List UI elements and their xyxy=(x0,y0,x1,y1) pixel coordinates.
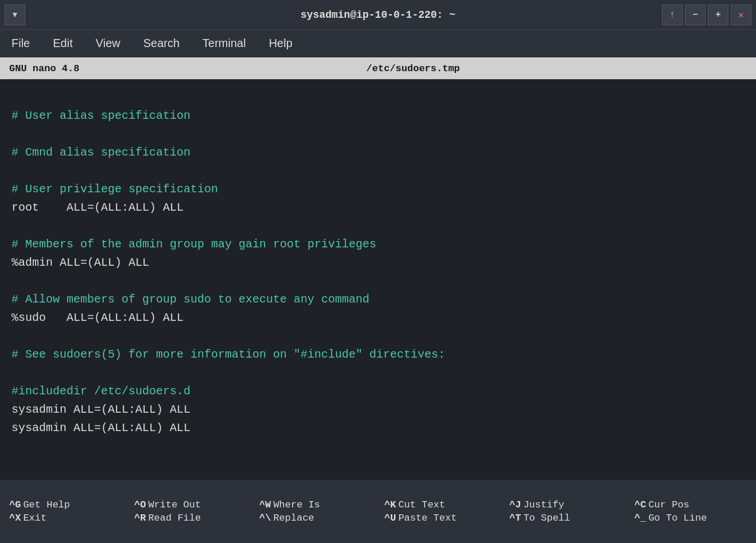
title-bar: ▼ sysadmin@ip-10-0-1-220: ~ ↑ − + ✕ xyxy=(0,0,756,30)
title-bar-left: ▼ xyxy=(5,5,25,25)
editor-line-18: sysadmin ALL=(ALL:ALL) ALL xyxy=(11,419,745,437)
shortcut-label-0-0: Get Help xyxy=(23,499,70,510)
shortcut-key-0-1: ^O xyxy=(134,499,146,510)
editor-line-7 xyxy=(11,217,745,235)
menu-item-file[interactable]: File xyxy=(7,34,34,52)
nano-version: GNU nano 4.8 xyxy=(9,63,79,74)
shortcut-label-0-2: Where Is xyxy=(273,499,320,510)
shortcut-key-1-2: ^\ xyxy=(259,513,271,523)
window-title: sysadmin@ip-10-0-1-220: ~ xyxy=(301,9,455,21)
shortcut-key-1-5: ^_ xyxy=(634,513,646,523)
shortcut-key-1-4: ^T xyxy=(509,513,521,523)
shortcut-key-1-0: ^X xyxy=(9,513,21,523)
shortcut-label-1-5: Go To Line xyxy=(648,513,707,523)
close-button[interactable]: ✕ xyxy=(731,5,751,25)
shortcut-key-0-5: ^C xyxy=(634,499,646,510)
editor-line-5: # User privilege specification xyxy=(11,180,745,199)
editor-line-11: # Allow members of group sudo to execute… xyxy=(11,290,745,309)
shortcut-label-1-1: Read File xyxy=(148,513,201,523)
window-menu-button[interactable]: ▼ xyxy=(5,5,25,25)
editor-line-6: root ALL=(ALL:ALL) ALL xyxy=(11,199,745,217)
shortcut-item-1-2: ^\ Replace xyxy=(259,513,380,523)
shortcut-item-1-1: ^R Read File xyxy=(134,513,255,523)
shortcut-key-1-3: ^U xyxy=(384,513,396,523)
shortcut-item-0-0: ^G Get Help xyxy=(9,499,130,510)
window-controls: ↑ − + ✕ xyxy=(662,5,751,25)
shortcuts-bar: ^G Get Help^O Write Out^W Where Is^K Cut… xyxy=(0,480,756,543)
editor-line-3: # Cmnd alias specification xyxy=(11,143,745,162)
shortcut-label-1-3: Paste Text xyxy=(398,513,457,523)
shortcut-label-0-1: Write Out xyxy=(148,499,201,510)
editor-line-10 xyxy=(11,272,745,290)
menu-bar: FileEditViewSearchTerminalHelp xyxy=(0,30,756,57)
nano-filename: /etc/sudoers.tmp xyxy=(79,63,747,74)
shortcut-label-1-4: To Spell xyxy=(523,513,570,523)
shortcut-label-1-2: Replace xyxy=(273,513,314,523)
dropdown-icon: ▼ xyxy=(13,10,17,20)
scroll-up-button[interactable]: ↑ xyxy=(662,5,683,25)
shortcut-key-0-0: ^G xyxy=(9,499,21,510)
shortcut-item-0-1: ^O Write Out xyxy=(134,499,255,510)
menu-item-search[interactable]: Search xyxy=(139,34,184,52)
menu-item-edit[interactable]: Edit xyxy=(48,34,77,52)
shortcut-item-1-4: ^T To Spell xyxy=(509,513,630,523)
editor-line-15 xyxy=(11,364,745,382)
shortcut-key-0-3: ^K xyxy=(384,499,396,510)
shortcut-item-0-5: ^C Cur Pos xyxy=(634,499,755,510)
shortcut-item-0-3: ^K Cut Text xyxy=(384,499,505,510)
shortcut-key-0-4: ^J xyxy=(509,499,521,510)
menu-item-help[interactable]: Help xyxy=(264,34,297,52)
shortcut-item-1-5: ^_ Go To Line xyxy=(634,513,755,523)
shortcuts-row-1: ^X Exit^R Read File^\ Replace^U Paste Te… xyxy=(9,513,747,523)
editor-line-12: %sudo ALL=(ALL:ALL) ALL xyxy=(11,309,745,327)
shortcut-key-1-1: ^R xyxy=(134,513,146,523)
editor-line-13 xyxy=(11,327,745,346)
editor-line-8: # Members of the admin group may gain ro… xyxy=(11,235,745,254)
shortcut-item-0-4: ^J Justify xyxy=(509,499,630,510)
shortcuts-row-0: ^G Get Help^O Write Out^W Where Is^K Cut… xyxy=(9,499,747,510)
menu-item-terminal[interactable]: Terminal xyxy=(198,34,251,52)
shortcut-label-0-4: Justify xyxy=(523,499,564,510)
shortcut-label-0-3: Cut Text xyxy=(398,499,445,510)
editor-line-9: %admin ALL=(ALL) ALL xyxy=(11,254,745,272)
editor-line-17: sysadmin ALL=(ALL:ALL) ALL xyxy=(11,401,745,419)
editor-line-14: # See sudoers(5) for more information on… xyxy=(11,346,745,364)
editor-line-16: #includedir /etc/sudoers.d xyxy=(11,382,745,401)
editor-line-0 xyxy=(11,88,745,107)
editor-line-1: # User alias specification xyxy=(11,107,745,125)
editor-content[interactable]: # User alias specification # Cmnd alias … xyxy=(0,79,756,480)
shortcut-item-0-2: ^W Where Is xyxy=(259,499,380,510)
menu-item-view[interactable]: View xyxy=(91,34,125,52)
shortcut-key-0-2: ^W xyxy=(259,499,271,510)
shortcut-label-0-5: Cur Pos xyxy=(648,499,689,510)
minimize-button[interactable]: − xyxy=(685,5,706,25)
nano-header: GNU nano 4.8 /etc/sudoers.tmp xyxy=(0,57,756,79)
maximize-button[interactable]: + xyxy=(708,5,728,25)
shortcut-label-1-0: Exit xyxy=(23,513,46,523)
shortcut-item-1-3: ^U Paste Text xyxy=(384,513,505,523)
shortcut-item-1-0: ^X Exit xyxy=(9,513,130,523)
editor-line-2 xyxy=(11,125,745,143)
editor-line-4 xyxy=(11,162,745,180)
